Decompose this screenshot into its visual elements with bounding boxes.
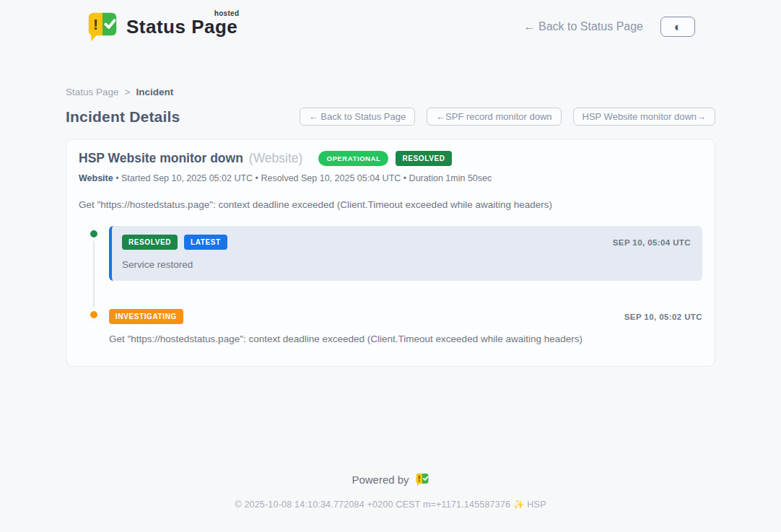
latest-badge: LATEST (184, 235, 227, 250)
statuspage-logo[interactable]: ! Status Page hosted (86, 12, 237, 42)
breadcrumb-status-page[interactable]: Status Page (66, 87, 119, 97)
timeline-content: RESOLVED LATEST SEP 10, 05:04 UTC Servic… (109, 226, 702, 281)
incident-title: HSP Website monitor down (79, 151, 243, 166)
timeline-connector (93, 241, 95, 307)
header-back-link[interactable]: ← Back to Status Page (524, 20, 643, 33)
incident-nav-buttons: ← Back to Status Page ←SPF record monito… (300, 108, 715, 126)
powered-by-label: Powered by (352, 474, 409, 486)
contrast-icon: ◐ (674, 21, 681, 33)
timeline-item-investigating: INVESTIGATING SEP 10, 05:02 UTC Get "htt… (79, 307, 702, 344)
brand-bubble-icon: ! (86, 12, 119, 42)
footer: Powered by ! © 2025-10-08 14:10:34.77208… (0, 473, 781, 510)
back-to-status-page-button[interactable]: ← Back to Status Page (300, 108, 415, 126)
prev-incident-button[interactable]: ←SPF record monitor down (427, 108, 561, 126)
breadcrumb-separator: > (125, 87, 131, 97)
header-actions: ← Back to Status Page ◐ (524, 17, 695, 37)
theme-toggle-button[interactable]: ◐ (660, 17, 695, 37)
next-incident-button[interactable]: HSP Website monitor down→ (573, 108, 715, 126)
incident-meta-details: • Started Sep 10, 2025 05:02 UTC • Resol… (115, 173, 492, 183)
brand-name: Status Page hosted (126, 16, 237, 38)
svg-text:!: ! (418, 475, 420, 483)
incident-badges: OPERATIONAL RESOLVED (318, 151, 451, 166)
timeline-item-resolved: RESOLVED LATEST SEP 10, 05:04 UTC Servic… (79, 226, 702, 307)
title-row: Incident Details ← Back to Status Page ←… (66, 108, 715, 126)
footer-brand-bubble-icon[interactable]: ! (415, 473, 429, 487)
incident-description: Get "https://hostedstatus.page": context… (79, 199, 702, 210)
breadcrumb: Status Page > Incident (66, 87, 715, 97)
incident-meta: Website • Started Sep 10, 2025 05:02 UTC… (79, 173, 702, 183)
update-status-badge: INVESTIGATING (109, 309, 183, 324)
update-timestamp: SEP 10, 05:04 UTC (613, 238, 691, 247)
timeline-rail (79, 307, 109, 344)
header: ! Status Page hosted ← Back to Status Pa… (66, 0, 715, 42)
incident-title-row: HSP Website monitor down (Website) OPERA… (79, 151, 702, 166)
resolved-badge: RESOLVED (396, 151, 451, 166)
timeline-dot-green (88, 228, 100, 240)
update-message: Get "https://hostedstatus.page": context… (109, 333, 702, 344)
update-message: Service restored (122, 259, 691, 270)
incident-timeline: RESOLVED LATEST SEP 10, 05:04 UTC Servic… (79, 226, 702, 344)
incident-card: HSP Website monitor down (Website) OPERA… (66, 139, 715, 367)
update-badge-row: INVESTIGATING SEP 10, 05:02 UTC (109, 309, 702, 324)
breadcrumb-incident: Incident (136, 87, 173, 97)
update-badge-row: RESOLVED LATEST SEP 10, 05:04 UTC (122, 235, 691, 250)
powered-by: Powered by ! (352, 473, 429, 487)
operational-badge: OPERATIONAL (318, 151, 388, 166)
latest-update-panel: RESOLVED LATEST SEP 10, 05:04 UTC Servic… (109, 226, 702, 281)
brand-superscript: hosted (214, 9, 240, 17)
timeline-content: INVESTIGATING SEP 10, 05:02 UTC Get "htt… (109, 307, 702, 344)
timeline-rail (79, 226, 109, 307)
update-timestamp: SEP 10, 05:02 UTC (624, 313, 702, 321)
page-title: Incident Details (66, 108, 180, 126)
incident-scope: (Website) (249, 151, 303, 166)
copyright-line: © 2025-10-08 14:10:34.772084 +0200 CEST … (0, 499, 781, 510)
update-status-badge: RESOLVED (122, 235, 178, 250)
main-content: Status Page > Incident Incident Details … (66, 87, 715, 367)
incident-component: Website (79, 173, 113, 183)
timeline-dot-orange (88, 309, 100, 320)
svg-text:!: ! (93, 16, 98, 32)
